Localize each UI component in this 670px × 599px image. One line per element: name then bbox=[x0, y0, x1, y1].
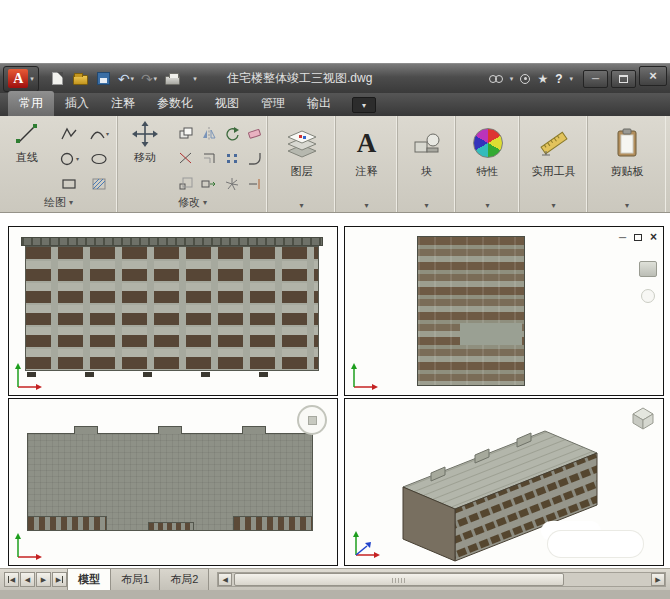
screen: A ▾ ↶▾ ↷▾ ▾ 住宅楼整体竣工三视图.dwg ▾ ★ ? ▾ ─ × bbox=[0, 0, 670, 599]
prev-layout-button[interactable]: ◀ bbox=[20, 572, 35, 587]
open-file-button[interactable] bbox=[70, 69, 90, 89]
scroll-left-button[interactable]: ◀ bbox=[218, 573, 232, 586]
redo-button[interactable]: ↷▾ bbox=[139, 69, 159, 89]
fillet-button[interactable] bbox=[243, 146, 266, 171]
tab-output[interactable]: 输出 bbox=[296, 91, 342, 116]
ellipse-button[interactable] bbox=[84, 146, 114, 171]
tab-view[interactable]: 视图 bbox=[204, 91, 250, 116]
text-annotate-icon: A bbox=[357, 128, 377, 158]
color-wheel-icon bbox=[473, 128, 503, 158]
circle-button[interactable]: ▾ bbox=[54, 146, 84, 171]
panel-annotate-footer[interactable]: ▾ bbox=[336, 201, 397, 210]
copy-button[interactable] bbox=[174, 121, 197, 146]
annotate-label: 注释 bbox=[356, 164, 378, 179]
panel-properties-footer[interactable]: ▾ bbox=[456, 201, 519, 210]
doc-close-icon[interactable]: × bbox=[650, 230, 657, 244]
window-bottom-edge bbox=[0, 590, 670, 599]
doc-minimize-icon[interactable]: ─ bbox=[619, 232, 626, 243]
clipboard-button[interactable]: 剪贴板 bbox=[588, 116, 666, 212]
move-tool-button[interactable]: 移动 bbox=[122, 121, 168, 165]
hatch-button[interactable] bbox=[84, 171, 114, 196]
tab-manage[interactable]: 管理 bbox=[250, 91, 296, 116]
ribbon-minimize-button[interactable]: ▾ bbox=[352, 97, 376, 113]
last-layout-button[interactable]: ▶ bbox=[52, 572, 67, 587]
scroll-right-button[interactable]: ▶ bbox=[651, 573, 665, 586]
undo-button[interactable]: ↶▾ bbox=[116, 69, 136, 89]
viewcube-icon[interactable] bbox=[631, 406, 655, 430]
close-button[interactable]: × bbox=[639, 66, 667, 86]
panel-clipboard-footer[interactable]: ▾ bbox=[588, 201, 666, 210]
app-menu-button[interactable]: A ▾ bbox=[3, 66, 39, 92]
doc-restore-icon[interactable] bbox=[634, 234, 642, 241]
tab-home[interactable]: 常用 bbox=[8, 91, 54, 116]
scale-button[interactable] bbox=[174, 171, 197, 196]
line-tool-button[interactable]: 直线 bbox=[4, 121, 50, 165]
panel-utilities-footer[interactable]: ▾ bbox=[520, 201, 587, 210]
array-button[interactable] bbox=[220, 146, 243, 171]
minimize-button[interactable]: ─ bbox=[583, 70, 608, 88]
viewport-side-elevation[interactable]: ─ × bbox=[344, 226, 664, 396]
panel-draw-footer[interactable]: 绘图 ▾ bbox=[0, 195, 117, 210]
navwheel-small-icon[interactable] bbox=[641, 289, 655, 303]
navwheel-icon[interactable] bbox=[297, 405, 327, 435]
search-binoculars-icon[interactable] bbox=[489, 75, 503, 83]
explode-button[interactable] bbox=[220, 171, 243, 196]
tab-layout2[interactable]: 布局2 bbox=[159, 568, 209, 591]
stretch-icon bbox=[201, 176, 217, 191]
panel-layers-footer[interactable]: ▾ bbox=[268, 201, 335, 210]
prev-arrow-icon: ◀ bbox=[25, 576, 30, 584]
favorites-star-icon[interactable]: ★ bbox=[537, 72, 548, 86]
tab-annotate[interactable]: 注释 bbox=[100, 91, 146, 116]
title-bar: A ▾ ↶▾ ↷▾ ▾ 住宅楼整体竣工三视图.dwg ▾ ★ ? ▾ ─ × bbox=[0, 63, 670, 93]
search-caret-icon[interactable]: ▾ bbox=[510, 75, 514, 83]
extend-button[interactable] bbox=[243, 171, 266, 196]
plan-stair-bump bbox=[74, 426, 98, 434]
next-layout-button[interactable]: ▶ bbox=[36, 572, 51, 587]
ucs-icon bbox=[14, 531, 44, 561]
line-icon bbox=[14, 121, 40, 147]
stretch-button[interactable] bbox=[197, 171, 220, 196]
plan-balcony-middle bbox=[148, 522, 194, 531]
offset-button[interactable] bbox=[197, 146, 220, 171]
layers-icon bbox=[286, 127, 318, 159]
utilities-button[interactable]: 实用工具 bbox=[520, 116, 587, 212]
panel-modify-footer[interactable]: 修改 ▾ bbox=[118, 195, 267, 210]
viewport-3d-isometric[interactable] bbox=[344, 398, 664, 566]
viewport-front-elevation[interactable] bbox=[8, 226, 338, 396]
extend-icon bbox=[247, 176, 263, 191]
communication-center-icon[interactable] bbox=[520, 74, 530, 84]
new-file-button[interactable] bbox=[47, 69, 67, 89]
annotate-button[interactable]: A 注释 bbox=[336, 116, 397, 212]
tab-parametric[interactable]: 参数化 bbox=[146, 91, 204, 116]
trim-button[interactable] bbox=[174, 146, 197, 171]
tab-layout1[interactable]: 布局1 bbox=[110, 568, 160, 591]
erase-icon bbox=[247, 126, 263, 141]
tab-insert[interactable]: 插入 bbox=[54, 91, 100, 116]
help-caret-icon[interactable]: ▾ bbox=[569, 75, 573, 83]
save-button[interactable] bbox=[93, 69, 113, 89]
polyline-button[interactable] bbox=[54, 121, 84, 146]
first-layout-button[interactable]: ◀ bbox=[4, 572, 19, 587]
scrollbar-thumb[interactable] bbox=[234, 573, 564, 586]
erase-button[interactable] bbox=[243, 121, 266, 146]
mirror-button[interactable] bbox=[197, 121, 220, 146]
qat-customize-button[interactable]: ▾ bbox=[185, 69, 205, 89]
redo-icon: ↷ bbox=[141, 72, 153, 86]
horizontal-scrollbar[interactable]: ◀ ▶ bbox=[217, 572, 666, 587]
viewcube-small-icon[interactable] bbox=[639, 261, 657, 277]
maximize-button[interactable] bbox=[611, 70, 636, 88]
properties-button[interactable]: 特性 bbox=[456, 116, 519, 212]
viewport-plan[interactable] bbox=[8, 398, 338, 566]
rectangle-button[interactable] bbox=[54, 171, 84, 196]
arc-button[interactable]: ▾ bbox=[84, 121, 114, 146]
tab-model[interactable]: 模型 bbox=[67, 568, 111, 591]
panel-block-footer[interactable]: ▾ bbox=[398, 201, 455, 210]
panel-draw-label: 绘图 bbox=[44, 195, 66, 210]
rotate-button[interactable] bbox=[220, 121, 243, 146]
layers-button[interactable]: 图层 bbox=[268, 116, 335, 212]
help-icon[interactable]: ? bbox=[555, 72, 562, 86]
print-button[interactable] bbox=[162, 69, 182, 89]
drawing-canvas[interactable]: ─ × bbox=[0, 213, 670, 568]
block-button[interactable]: 块 bbox=[398, 116, 455, 212]
fillet-icon bbox=[247, 151, 263, 166]
